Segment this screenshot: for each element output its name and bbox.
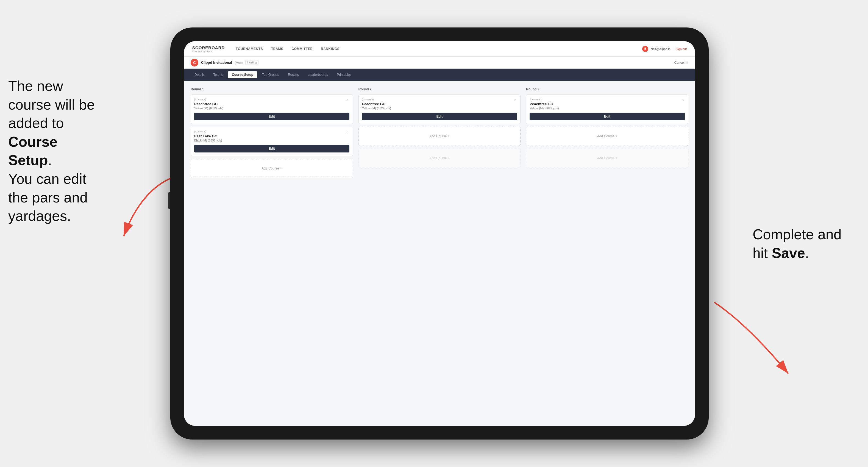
tournament-name: Clippd Invitational xyxy=(201,60,232,65)
tab-leaderboards[interactable]: Leaderboards xyxy=(304,71,332,78)
annotation-line6: the pars and xyxy=(8,190,88,206)
add-course-r3-1[interactable]: Add Course + xyxy=(526,127,688,146)
course-name-r2-a: Peachtree GC xyxy=(362,102,517,106)
course-card-r1-a: ○ (Course A) Peachtree GC Yellow (M) (66… xyxy=(191,94,353,124)
left-annotation: The new course will be added to Course S… xyxy=(8,77,102,225)
add-course-r3-2: Add Course + xyxy=(526,149,688,168)
add-course-r3-2-label: Add Course + xyxy=(597,156,618,160)
annotation-line5: You can edit xyxy=(8,171,86,187)
nav-tournaments[interactable]: TOURNAMENTS xyxy=(236,46,263,52)
course-badge-r1-b: (Course B) xyxy=(194,130,349,133)
round-3-column: Round 3 ○ (Course A) Peachtree GC Yellow… xyxy=(526,87,688,181)
nav-email: blair@clippd.io xyxy=(650,47,670,51)
add-course-r3-1-label: Add Course + xyxy=(597,134,618,138)
annotation-line7: yardages. xyxy=(8,208,71,224)
delete-icon-r1-b[interactable]: ○ xyxy=(345,130,350,134)
course-badge-r3-a: (Course A) xyxy=(530,98,685,101)
cancel-button[interactable]: Cancel ✕ xyxy=(674,61,688,65)
course-tee-r1-b: Black (M) (6891 yds) xyxy=(194,139,349,142)
nav-links: TOURNAMENTS TEAMS COMMITTEE RANKINGS xyxy=(236,46,642,52)
rounds-container: Round 1 ○ (Course A) Peachtree GC Yellow… xyxy=(191,87,688,181)
nav-right: B blair@clippd.io | Sign out xyxy=(642,46,687,52)
top-nav: SCOREBOARD Powered by clippd TOURNAMENTS… xyxy=(184,41,695,57)
right-arrow xyxy=(706,297,802,379)
edit-button-r3-a[interactable]: Edit xyxy=(530,113,685,120)
right-annotation: Complete and hit Save. xyxy=(753,225,851,262)
tournament-gender: (Men) xyxy=(235,61,243,64)
round-3-label: Round 3 xyxy=(526,87,688,91)
tournament-logo: C xyxy=(191,59,198,66)
add-course-r2-2: Add Course + xyxy=(359,149,521,168)
tablet-shell: SCOREBOARD Powered by clippd TOURNAMENTS… xyxy=(170,28,709,439)
edit-button-r1-b[interactable]: Edit xyxy=(194,145,349,152)
tab-course-setup[interactable]: Course Setup xyxy=(228,71,257,78)
round-2-label: Round 2 xyxy=(359,87,521,91)
add-course-r1-label: Add Course + xyxy=(261,166,282,170)
sub-header: C Clippd Invitational (Men) Hosting Canc… xyxy=(184,57,695,69)
tab-details[interactable]: Details xyxy=(191,71,209,78)
course-name-r1-a: Peachtree GC xyxy=(194,102,349,106)
hosting-badge: Hosting xyxy=(245,60,258,65)
course-name-r1-b: East Lake GC xyxy=(194,134,349,138)
nav-committee[interactable]: COMMITTEE xyxy=(291,46,313,52)
annotation-line1: The new xyxy=(8,78,63,94)
tab-results[interactable]: Results xyxy=(284,71,303,78)
nav-divider: | xyxy=(673,47,674,51)
round-1-column: Round 1 ○ (Course A) Peachtree GC Yellow… xyxy=(191,87,353,181)
course-tee-r1-a: Yellow (M) (6629 yds) xyxy=(194,106,349,110)
sub-header-left: C Clippd Invitational (Men) Hosting xyxy=(191,59,258,66)
tab-teams[interactable]: Teams xyxy=(210,71,227,78)
annotation-save: Save xyxy=(772,245,805,261)
tab-tee-groups[interactable]: Tee Groups xyxy=(258,71,283,78)
logo-subtitle: Powered by clippd xyxy=(192,50,225,53)
course-card-r1-b: ○ (Course B) East Lake GC Black (M) (689… xyxy=(191,127,353,156)
course-badge-r2-a: (Course A) xyxy=(362,98,517,101)
sign-out-link[interactable]: Sign out xyxy=(676,47,687,51)
course-badge-r1-a: (Course A) xyxy=(194,98,349,101)
edit-button-r1-a[interactable]: Edit xyxy=(194,113,349,120)
tablet-side-button xyxy=(168,192,170,209)
main-content: Round 1 ○ (Course A) Peachtree GC Yellow… xyxy=(184,81,695,426)
course-card-r2-a: ○ (Course A) Peachtree GC Yellow (M) (66… xyxy=(359,94,521,124)
annotation-complete: Complete and xyxy=(753,226,842,242)
course-name-r3-a: Peachtree GC xyxy=(530,102,685,106)
logo-title: SCOREBOARD xyxy=(192,45,225,50)
scoreboard-logo: SCOREBOARD Powered by clippd xyxy=(192,45,225,53)
round-1-label: Round 1 xyxy=(191,87,353,91)
delete-icon-r2-a[interactable]: ○ xyxy=(513,97,518,102)
tabs-bar: Details Teams Course Setup Tee Groups Re… xyxy=(184,69,695,81)
course-tee-r3-a: Yellow (M) (6629 yds) xyxy=(530,106,685,110)
nav-avatar: B xyxy=(642,46,648,52)
nav-teams[interactable]: TEAMS xyxy=(271,46,283,52)
tab-printables[interactable]: Printables xyxy=(333,71,355,78)
add-course-r2-1[interactable]: Add Course + xyxy=(359,127,521,146)
close-icon: ✕ xyxy=(686,61,688,65)
delete-icon-r1-a[interactable]: ○ xyxy=(345,97,350,102)
course-card-r3-a: ○ (Course A) Peachtree GC Yellow (M) (66… xyxy=(526,94,688,124)
round-2-column: Round 2 ○ (Course A) Peachtree GC Yellow… xyxy=(359,87,521,181)
edit-button-r2-a[interactable]: Edit xyxy=(362,113,517,120)
delete-icon-r3-a[interactable]: ○ xyxy=(680,97,685,102)
annotation-line2: course will be xyxy=(8,97,95,113)
add-course-r2-1-label: Add Course + xyxy=(429,134,450,138)
nav-rankings[interactable]: RANKINGS xyxy=(321,46,340,52)
course-tee-r2-a: Yellow (M) (6629 yds) xyxy=(362,106,517,110)
add-course-r1[interactable]: Add Course + xyxy=(191,159,353,178)
add-course-r2-2-label: Add Course + xyxy=(429,156,450,160)
cancel-label: Cancel xyxy=(674,61,684,65)
tablet-screen: SCOREBOARD Powered by clippd TOURNAMENTS… xyxy=(184,41,695,426)
annotation-line3: added to xyxy=(8,115,64,131)
